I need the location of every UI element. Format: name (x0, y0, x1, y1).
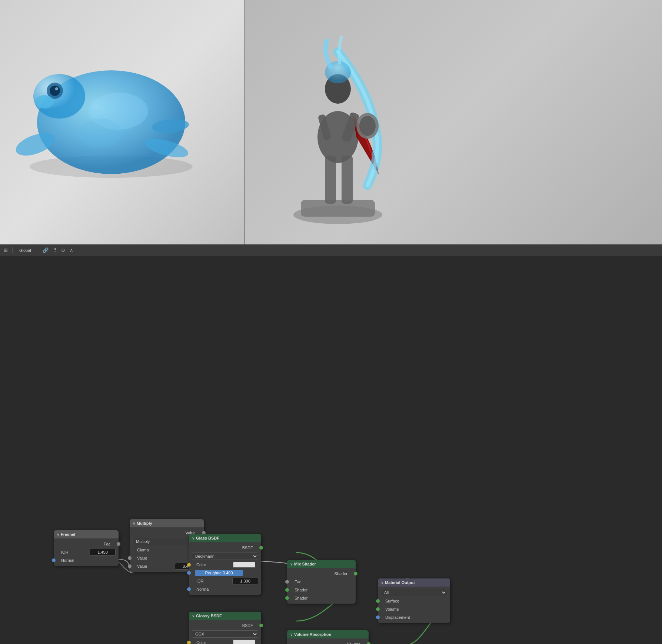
mix-body: Shader Fac Shader Shader (287, 568, 356, 604)
output-displacement-socket[interactable] (376, 615, 380, 619)
multiply-collapse[interactable]: ∨ (133, 521, 135, 525)
output-collapse[interactable]: ∨ (381, 581, 383, 585)
glass-color-swatch[interactable] (233, 562, 255, 568)
glass-distribution-select[interactable]: Beckmann (192, 553, 258, 560)
output-target-select[interactable]: All (381, 589, 447, 596)
node-editor: ⊞ Global 🔗 ⠿ ⊙ ∧ (0, 244, 662, 644)
mix-collapse[interactable]: ∨ (290, 562, 293, 566)
volume-body: Volume Color (287, 638, 369, 644)
fresnel-fac-output: Fac (54, 540, 119, 548)
svg-rect-15 (342, 156, 353, 204)
glossy-color-swatch[interactable] (233, 640, 255, 644)
output-body: All Surface Volume Displacement (378, 587, 450, 623)
output-header[interactable]: ∨ Material Output (378, 578, 450, 587)
mix-fac-label: Fac (295, 580, 301, 584)
output-volume-socket[interactable] (376, 607, 380, 611)
fresnel-ior-input[interactable] (90, 549, 116, 555)
svg-point-6 (50, 86, 60, 96)
fresnel-fac-socket[interactable] (117, 542, 120, 546)
fresnel-header[interactable]: ∨ Fresnel (54, 530, 119, 538)
toolbar-grid-icon[interactable]: ⠿ (53, 247, 57, 253)
output-surface-socket[interactable] (376, 599, 380, 603)
glass-roughness-socket[interactable] (187, 571, 191, 575)
svg-point-11 (35, 95, 54, 109)
mix-shader-output: Shader (287, 570, 356, 578)
fresnel-collapse[interactable]: ∨ (57, 533, 59, 537)
multiply-header[interactable]: ∨ Multiply (130, 519, 204, 527)
multiply-value1-label: Value (137, 556, 147, 560)
volume-collapse[interactable]: ∨ (290, 633, 293, 637)
mix-header[interactable]: ∨ Mix Shader (287, 560, 356, 568)
glass-normal-row: Normal (189, 585, 261, 593)
mix-fac-row: Fac (287, 578, 356, 586)
node-canvas: ∨ Fresnel Fac IOR Normal (0, 256, 662, 644)
toolbar-sep-1 (12, 247, 13, 253)
glossy-header[interactable]: ∨ Glossy BSDF (189, 612, 261, 620)
mix-fac-socket[interactable] (285, 580, 289, 584)
multiply-title: Multiply (137, 521, 152, 525)
glass-header[interactable]: ∨ Glass BSDF (189, 534, 261, 542)
multiply-value1-socket[interactable] (128, 556, 132, 560)
output-target-row: All (378, 588, 450, 597)
fresnel-normal-row: Normal (54, 556, 119, 564)
output-displacement-row: Displacement (378, 613, 450, 621)
multiply-value2-socket[interactable] (128, 564, 132, 568)
node-mix-shader[interactable]: ∨ Mix Shader Shader Fac Shader (287, 560, 356, 604)
glass-roughness-row: Roughne 0.400 (189, 569, 261, 577)
glossy-color-socket[interactable] (187, 641, 191, 644)
toolbar-sep-2 (38, 247, 38, 253)
multiply-value-label: Value (133, 531, 196, 535)
output-volume-label: Volume (385, 607, 399, 611)
glossy-title: Glossy BSDF (196, 614, 222, 618)
image-area (0, 0, 662, 244)
output-title: Material Output (385, 580, 415, 585)
volume-title: Volume Absorption (294, 632, 331, 637)
glass-bsdf-socket[interactable] (259, 546, 263, 550)
toolbar-dot-icon[interactable]: ⊙ (61, 247, 65, 253)
multiply-value2-label: Value (137, 564, 147, 568)
node-material-output[interactable]: ∨ Material Output All Surface (378, 578, 450, 623)
glossy-distribution-select[interactable]: GGX (192, 630, 258, 638)
output-surface-row: Surface (378, 597, 450, 605)
glossy-bsdf-socket[interactable] (259, 624, 263, 627)
svg-rect-13 (301, 200, 375, 217)
mix-shader-socket[interactable] (354, 572, 357, 575)
multiply-clamp-label: Clamp (137, 548, 149, 552)
svg-point-22 (359, 116, 376, 136)
glossy-bsdf-output: BSDF (189, 621, 261, 630)
glossy-collapse[interactable]: ∨ (192, 614, 194, 618)
node-volume-absorption[interactable]: ∨ Volume Absorption Volume Color (287, 630, 369, 644)
glass-color-socket[interactable] (187, 563, 191, 567)
node-glass-bsdf[interactable]: ∨ Glass BSDF BSDF Beckmann Col (189, 534, 261, 595)
glass-bsdf-label: BSDF (192, 545, 253, 550)
glass-collapse[interactable]: ∨ (192, 536, 194, 540)
glass-distribution-row: Beckmann (189, 552, 261, 561)
fresnel-normal-socket[interactable] (52, 558, 56, 562)
fresnel-fac-label: Fac (57, 542, 110, 546)
mix-shader1-row: Shader (287, 586, 356, 594)
volume-output-socket[interactable] (367, 642, 370, 644)
mix-shader2-label: Shader (295, 596, 307, 600)
glass-roughness-field[interactable]: Roughne 0.400 (195, 570, 243, 576)
glossy-color-label: Color (196, 640, 206, 644)
node-tree-icon: ⊞ (4, 247, 8, 253)
volume-header[interactable]: ∨ Volume Absorption (287, 630, 369, 638)
mix-shader2-row: Shader (287, 594, 356, 602)
glass-color-row: Color (189, 561, 261, 569)
toolbar-up-icon[interactable]: ∧ (70, 247, 73, 253)
output-displacement-label: Displacement (385, 615, 410, 620)
glass-normal-socket[interactable] (187, 587, 191, 591)
toolbar-link-icon[interactable]: 🔗 (43, 247, 49, 253)
glossy-bsdf-label: BSDF (192, 623, 253, 628)
fresnel-title: Fresnel (61, 532, 75, 537)
node-fresnel[interactable]: ∨ Fresnel Fac IOR Normal (54, 530, 119, 566)
glass-ior-input[interactable] (232, 578, 258, 584)
volume-output-row: Volume (287, 640, 369, 644)
node-glossy-bsdf[interactable]: ∨ Glossy BSDF BSDF GGX Color (189, 612, 261, 644)
mix-shader2-socket[interactable] (285, 596, 289, 600)
svg-point-7 (55, 87, 58, 90)
glossy-distribution-row: GGX (189, 630, 261, 638)
toolbar-global[interactable]: Global (17, 247, 33, 253)
mix-shader1-socket[interactable] (285, 588, 289, 592)
svg-rect-14 (325, 156, 336, 204)
